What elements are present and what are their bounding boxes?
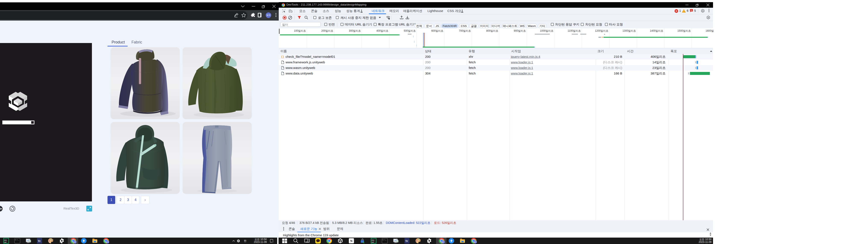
- svg-text:{}: {}: [281, 55, 284, 58]
- svg-text:17: 17: [272, 241, 274, 243]
